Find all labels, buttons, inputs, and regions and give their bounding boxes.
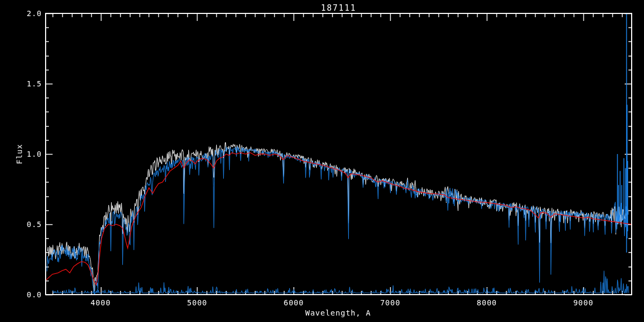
y-tick-label: 1.5: [0, 79, 42, 88]
x-tick-label: 5000: [187, 298, 208, 307]
x-tick-label: 6000: [283, 298, 304, 307]
y-tick-label: 1.0: [0, 150, 42, 158]
x-tick-label: 7000: [380, 298, 400, 307]
y-tick-label: 0.0: [0, 290, 42, 299]
x-tick-label: 9000: [573, 298, 594, 307]
y-tick-label: 2.0: [0, 9, 42, 18]
y-tick-label: 0.5: [0, 220, 42, 229]
spectrum-canvas: [0, 0, 644, 322]
spectrum-plot-window: 187111 Flux Wavelength, A 0.00.51.01.52.…: [0, 0, 644, 322]
x-tick-label: 4000: [91, 298, 111, 307]
x-tick-label: 8000: [477, 298, 497, 307]
plot-title: 187111: [321, 3, 356, 13]
x-axis-title: Wavelength, A: [305, 309, 371, 317]
